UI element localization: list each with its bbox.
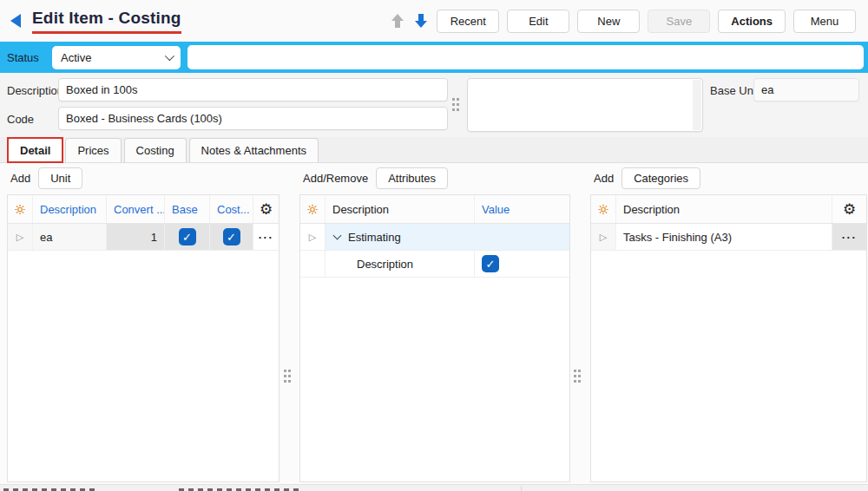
notes-scroll-gutter	[693, 80, 701, 130]
nav-down-icon[interactable]	[413, 12, 429, 29]
units-col-convert[interactable]: Convert ...	[106, 195, 164, 223]
header-bar: Edit Item - Costing Recent Edit New Save…	[0, 0, 868, 42]
add-categories-button[interactable]: Categories	[621, 167, 700, 189]
filter-sun-icon[interactable]	[8, 195, 32, 223]
item-fields: Description Code Base Unit	[0, 73, 868, 137]
status-label: Status	[7, 51, 52, 64]
tab-notes-attachments[interactable]: Notes & Attachments	[189, 138, 319, 162]
units-add-label: Add	[10, 172, 30, 185]
cost-checkbox[interactable]: ✓	[223, 228, 240, 245]
units-row-ea[interactable]: ▷ ea 1 ✓ ✓ ···	[8, 224, 279, 251]
tab-costing[interactable]: Costing	[124, 138, 187, 162]
menu-button[interactable]: Menu	[793, 10, 856, 33]
recent-button[interactable]: Recent	[437, 10, 499, 33]
units-col-description[interactable]: Description	[32, 195, 106, 223]
attribute-group-label: Estimating	[348, 231, 401, 244]
units-toolbar: Add Unit	[7, 163, 279, 193]
filter-sun-icon[interactable]	[300, 195, 325, 223]
attribute-value-cell: ✓	[474, 251, 569, 277]
categories-col-description[interactable]: Description	[615, 195, 832, 223]
units-gear-icon[interactable]: ⚙	[253, 195, 279, 223]
status-bar	[0, 484, 868, 491]
chevron-down-icon[interactable]	[333, 232, 342, 240]
splitter-grip-left[interactable]	[284, 370, 291, 383]
description-field[interactable]	[58, 78, 448, 101]
save-button: Save	[648, 10, 710, 33]
status-band: Status Active	[0, 42, 868, 73]
new-button[interactable]: New	[577, 10, 640, 33]
base-unit-label: Base Unit	[710, 84, 759, 97]
categories-gear-icon[interactable]: ⚙	[832, 195, 866, 223]
units-col-base[interactable]: Base	[164, 195, 209, 223]
header-actions: Recent Edit New Save Actions Menu	[390, 10, 868, 33]
category-row[interactable]: ▷ Tasks - Finishing (A3) ···	[591, 224, 866, 251]
description-label: Description	[7, 84, 63, 97]
quick-search-input[interactable]	[187, 45, 864, 69]
title-underline: Edit Item - Costing	[32, 9, 181, 34]
categories-toolbar: Add Categories	[590, 163, 867, 193]
categories-grid: Description ⚙ ▷ Tasks - Finishing (A3) ·…	[590, 194, 867, 482]
attribute-group-cell[interactable]: Estimating	[325, 224, 569, 250]
status-value: Active	[61, 51, 91, 64]
attribute-value-checkbox[interactable]: ✓	[482, 255, 499, 272]
nav-up-icon[interactable]	[390, 12, 405, 29]
attributes-toolbar: Add/Remove Attributes	[299, 163, 570, 193]
categories-grid-header: Description ⚙	[591, 195, 866, 224]
attribute-child-row[interactable]: Description ✓	[300, 251, 569, 278]
status-bar-divider	[521, 486, 522, 491]
tab-prices[interactable]: Prices	[65, 138, 121, 162]
units-panel: Add Unit Description Convert ... Base Co…	[7, 163, 279, 482]
unit-cost-cell: ✓	[209, 224, 253, 250]
tab-strip: Detail Prices Costing Notes & Attachment…	[0, 137, 868, 163]
category-description-cell[interactable]: Tasks - Finishing (A3)	[615, 224, 832, 250]
tab-detail[interactable]: Detail	[8, 138, 62, 162]
unit-convert-cell[interactable]: 1	[106, 224, 164, 250]
attribute-child-label[interactable]: Description	[325, 251, 474, 277]
row-expander-icon[interactable]: ▷	[8, 224, 32, 250]
code-label: Code	[7, 113, 34, 126]
attributes-grid: Description Value ▷ Estimating Descripti…	[299, 194, 570, 482]
unit-description-cell[interactable]: ea	[32, 224, 106, 250]
categories-add-label: Add	[594, 172, 614, 185]
actions-button[interactable]: Actions	[718, 10, 786, 33]
splitter-grip[interactable]	[452, 98, 459, 112]
attributes-add-label: Add/Remove	[303, 172, 368, 185]
attribute-group-row[interactable]: ▷ Estimating	[300, 224, 569, 251]
notes-textarea[interactable]	[467, 78, 703, 132]
attribute-child-spacer	[300, 251, 325, 277]
category-more-button[interactable]: ···	[832, 224, 866, 250]
status-dropdown[interactable]: Active	[52, 46, 181, 69]
units-col-cost[interactable]: Cost...	[209, 195, 253, 223]
units-grid-header: Description Convert ... Base Cost... ⚙	[8, 195, 279, 224]
base-checkbox[interactable]: ✓	[179, 228, 196, 245]
chevron-down-icon	[165, 51, 174, 61]
filter-sun-icon[interactable]	[591, 195, 615, 223]
categories-panel: Add Categories Description ⚙ ▷ Tasks - F…	[590, 163, 867, 482]
add-unit-button[interactable]: Unit	[38, 167, 82, 189]
attributes-grid-header: Description Value	[300, 195, 569, 224]
add-remove-attributes-button[interactable]: Attributes	[376, 167, 448, 189]
units-grid: Description Convert ... Base Cost... ⚙ ▷…	[7, 194, 279, 482]
row-expander-icon[interactable]: ▷	[591, 224, 615, 250]
detail-tab-content: Add Unit Description Convert ... Base Co…	[0, 163, 868, 484]
base-unit-field	[753, 78, 859, 101]
row-expander-icon[interactable]: ▷	[300, 224, 325, 250]
page-title: Edit Item - Costing	[32, 9, 181, 27]
splitter-grip-right[interactable]	[574, 370, 581, 383]
attributes-panel: Add/Remove Attributes Description Value …	[299, 163, 570, 482]
back-icon[interactable]	[10, 14, 21, 28]
attributes-col-value[interactable]: Value	[474, 195, 569, 223]
code-field[interactable]	[58, 107, 448, 130]
attributes-col-description[interactable]: Description	[325, 195, 474, 223]
unit-more-button[interactable]: ···	[253, 224, 279, 250]
unit-base-cell: ✓	[164, 224, 209, 250]
edit-button[interactable]: Edit	[507, 10, 569, 33]
edit-item-window: Edit Item - Costing Recent Edit New Save…	[0, 0, 868, 491]
